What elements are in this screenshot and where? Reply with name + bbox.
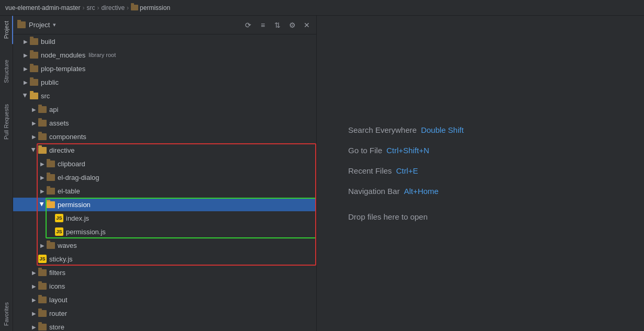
sidebar-item-structure[interactable]: Structure <box>0 54 13 88</box>
structure-tab-label: Structure <box>3 60 9 83</box>
breadcrumb-folder-icon <box>131 5 138 10</box>
tree-scroll[interactable]: ▶ build ▶ node_modules library root ▶ pl… <box>13 35 316 331</box>
tree-item-plop-templates[interactable]: ▶ plop-templates <box>13 62 316 75</box>
tree-item-node-modules[interactable]: ▶ node_modules library root <box>13 48 316 62</box>
panel-action-refresh[interactable]: ⟳ <box>243 20 253 30</box>
folder-icon-clipboard <box>47 161 55 167</box>
tree-item-stickyjs[interactable]: JS sticky.js <box>13 252 316 266</box>
project-tab-label: Project <box>3 21 9 39</box>
tree-item-permission[interactable]: ▶ permission <box>13 198 316 211</box>
tree-item-icons[interactable]: ▶ icons <box>13 279 316 293</box>
tree-item-router[interactable]: ▶ router <box>13 306 316 320</box>
shortcut-goto-file: Go to File Ctrl+Shift+N <box>348 146 429 155</box>
expand-arrow-icons: ▶ <box>30 282 38 290</box>
folder-icon-filters <box>38 269 47 276</box>
breadcrumb-directive[interactable]: directive <box>101 4 125 12</box>
panel-collapse-arrow[interactable]: ▾ <box>53 21 56 28</box>
panel-actions: ⟳ ≡ ⇅ ⚙ ✕ <box>243 20 312 30</box>
tree-item-src[interactable]: ▶ src <box>13 89 316 102</box>
tree-item-el-drag-dialog[interactable]: ▶ el-drag-dialog <box>13 170 316 184</box>
folder-icon-store <box>38 324 47 330</box>
expand-arrow-node-modules: ▶ <box>21 51 30 59</box>
breadcrumb-bar: vue-element-admin-master › src › directi… <box>0 0 644 16</box>
folder-icon-src <box>30 93 38 99</box>
node-modules-badge: library root <box>88 52 116 58</box>
pullrequests-tab-label: Pull Requests <box>3 104 9 140</box>
tree-label-components: components <box>49 133 86 141</box>
tree-item-layout[interactable]: ▶ layout <box>13 293 316 306</box>
sidebar-item-pullrequests[interactable]: Pull Requests <box>0 99 13 145</box>
tree-label-waves: waves <box>58 242 77 249</box>
shortcut-label-2: Recent Files <box>348 166 392 175</box>
shortcut-recent-files: Recent Files Ctrl+E <box>348 166 418 175</box>
panel-header: Project ▾ ⟳ ≡ ⇅ ⚙ ✕ <box>13 16 316 35</box>
folder-icon-el-drag <box>47 174 55 181</box>
folder-icon-components <box>38 133 47 140</box>
expand-arrow-router: ▶ <box>30 309 38 317</box>
tree-label-store: store <box>49 323 64 331</box>
breadcrumb-project[interactable]: vue-element-admin-master <box>5 4 80 12</box>
breadcrumb-sep-3: › <box>127 4 129 12</box>
tree-label-router: router <box>49 310 67 317</box>
expand-arrow-layout: ▶ <box>30 295 38 304</box>
tree-label-layout: layout <box>49 296 68 304</box>
tree-item-api[interactable]: ▶ api <box>13 102 316 116</box>
panel-action-expand[interactable]: ⇅ <box>272 20 283 30</box>
side-tabs: Project Structure Pull Requests Favorite… <box>0 16 13 331</box>
panel-action-settings[interactable]: ⚙ <box>287 20 297 30</box>
tree-item-build[interactable]: ▶ build <box>13 35 316 48</box>
sidebar-item-favorites[interactable]: Favorites <box>0 297 13 331</box>
expand-arrow-plop: ▶ <box>21 64 30 73</box>
tree-label-directive: directive <box>49 146 74 154</box>
shortcut-key-2: Ctrl+E <box>396 166 418 175</box>
tree-label-permission: permission <box>58 201 91 209</box>
expand-arrow-el-drag: ▶ <box>38 173 47 181</box>
tree-label-plop: plop-templates <box>41 65 85 73</box>
panel-action-collapse-all[interactable]: ≡ <box>258 20 268 30</box>
tree-item-indexjs[interactable]: JS index.js <box>13 211 316 225</box>
tree-item-clipboard[interactable]: ▶ clipboard <box>13 157 316 170</box>
tree-item-waves[interactable]: ▶ waves <box>13 238 316 252</box>
breadcrumb-permission-label: permission <box>140 4 170 12</box>
expand-arrow-public: ▶ <box>21 78 30 86</box>
tree-label-build: build <box>41 38 55 45</box>
tree-item-directive[interactable]: ▶ directive <box>13 143 316 157</box>
expand-arrow-el-table: ▶ <box>38 187 47 195</box>
folder-icon-public <box>30 79 38 86</box>
right-panel: Search Everywhere Double Shift Go to Fil… <box>317 16 644 331</box>
tree-label-el-table: el-table <box>58 187 80 195</box>
tree-label-clipboard: clipboard <box>58 160 85 168</box>
tree-label-public: public <box>41 78 59 86</box>
tree-label-api: api <box>49 106 58 113</box>
tree-item-public[interactable]: ▶ public <box>13 75 316 89</box>
expand-arrow-assets: ▶ <box>30 119 38 127</box>
panel-title: Project <box>29 21 50 29</box>
main-layout: Project Structure Pull Requests Favorite… <box>0 16 644 331</box>
tree-item-components[interactable]: ▶ components <box>13 130 316 143</box>
tree-item-permissionjs[interactable]: JS permission.js <box>13 225 316 238</box>
expand-arrow-directive: ▶ <box>30 146 38 154</box>
tree-item-el-table[interactable]: ▶ el-table <box>13 184 316 198</box>
file-panel: Project ▾ ⟳ ≡ ⇅ ⚙ ✕ ▶ build ▶ <box>13 16 317 331</box>
js-icon-stickyjs: JS <box>38 255 47 263</box>
panel-action-close[interactable]: ✕ <box>302 20 312 30</box>
breadcrumb-src[interactable]: src <box>86 4 95 12</box>
tree-label-filters: filters <box>49 269 65 277</box>
tree-item-assets[interactable]: ▶ assets <box>13 116 316 130</box>
tree-label-assets: assets <box>49 119 69 127</box>
folder-icon-directive <box>38 147 47 154</box>
breadcrumb-permission[interactable]: permission <box>131 4 170 12</box>
tree-item-store[interactable]: ▶ store <box>13 320 316 331</box>
expand-arrow-clipboard: ▶ <box>38 159 47 168</box>
shortcut-navigation-bar: Navigation Bar Alt+Home <box>348 187 439 196</box>
shortcut-key-0: Double Shift <box>421 125 464 134</box>
sidebar-item-project[interactable]: Project <box>0 16 13 44</box>
tree-item-filters[interactable]: ▶ filters <box>13 266 316 279</box>
expand-arrow-components: ▶ <box>30 132 38 141</box>
folder-icon-build <box>30 38 38 45</box>
expand-arrow-store: ▶ <box>30 323 38 331</box>
tree-label-indexjs: index.js <box>66 214 89 222</box>
shortcut-key-3: Alt+Home <box>404 187 438 196</box>
expand-arrow-src: ▶ <box>21 92 30 100</box>
js-icon-permissionjs: JS <box>55 227 63 236</box>
